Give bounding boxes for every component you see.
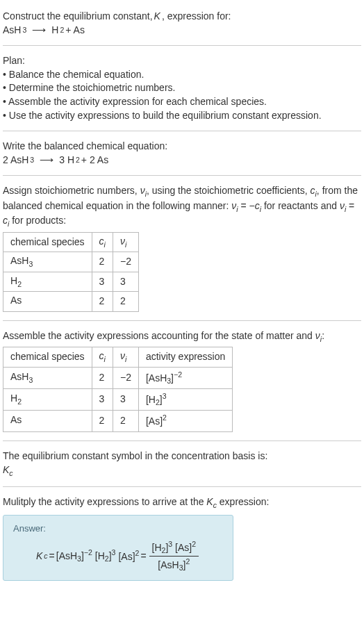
species: H [51,24,58,38]
stoich-intro: Assign stoichiometric numbers, νi, using… [3,184,361,229]
answer-label: Answer: [13,522,223,535]
text: = − [238,200,255,211]
plan-bullet: • Assemble the activity expression for e… [3,95,361,109]
divider [3,45,361,46]
c-symbol: c [311,185,315,196]
table-header-row: chemical species ci νi activity expressi… [3,347,233,367]
nu-symbol: ν [315,330,320,341]
text: Assign stoichiometric numbers, [3,185,140,196]
answer-equation: Kc = [AsH3]−2 [H2]3 [As]2 = [H2]3 [As]2 … [13,539,223,573]
species: + As [65,24,85,38]
bracket: [As] [172,542,192,553]
cell-nui: −2 [113,252,138,272]
cell-species: H2 [3,388,92,410]
exponent: 3 [163,392,167,400]
exponent: 2 [163,413,167,422]
species: AsH [3,24,21,38]
equals: = [140,550,146,563]
c-symbol: c [99,236,104,247]
table-row: H2 3 3 [H2]3 [3,388,233,410]
plan-title: Plan: [3,54,361,68]
bracket: [As [146,415,160,427]
subscript: i [125,355,126,363]
arrow-icon: ⟶ [32,24,46,38]
cell-nui: 2 [113,292,138,311]
nu-symbol: ν [120,236,125,247]
cell-ci: 2 [92,252,113,272]
exponent: −2 [84,548,92,557]
plan-bullet: • Balance the chemical equation. [3,68,361,82]
cell-ci: 2 [92,292,113,311]
term: [As]2 [118,548,139,563]
text: = [346,200,354,211]
exponent: 3 [112,548,116,557]
divider [3,175,361,176]
text: Assemble the activity expressions accoun… [3,330,315,341]
bracket: [AsH [158,559,179,570]
subscript: 3 [30,155,34,165]
stoich-section: Assign stoichiometric numbers, νi, using… [3,180,361,315]
bracket: [H [95,550,105,561]
subscript: 3 [28,260,33,268]
subscript: c [9,469,13,477]
coef-species: + 2 As [81,154,108,167]
subscript: i [104,240,106,249]
cell-activity: [H2]3 [138,388,232,410]
col-activity: activity expression [138,347,232,367]
coef-species: 3 H [59,154,74,167]
c-symbol: c [3,215,8,226]
divider [3,440,361,441]
cell-nui: 3 [113,272,138,291]
cell-nui: −2 [113,367,138,388]
balanced-equation: 2 AsH3 ⟶ 3 H2 + 2 As [3,154,361,167]
denominator: [AsH3]2 [149,557,199,573]
prompt-line1: Construct the equilibrium constant, K , … [3,10,361,24]
balanced-title: Write the balanced chemical equation: [3,140,361,154]
subscript: 2 [17,397,22,406]
equals: = [49,550,55,563]
text: , using the stoichiometric coefficients, [147,185,311,196]
divider [3,320,361,321]
col-species: chemical species [3,232,92,252]
bracket: [H [152,542,162,553]
subscript: 3 [22,25,26,35]
exponent: 2 [192,540,196,548]
species: As [10,295,22,306]
subscript: 2 [60,25,64,35]
plan-bullet: • Use the activity expressions to build … [3,109,361,123]
multiply-line: Mulitply the activity expressions to arr… [3,495,361,510]
col-nui: νi [113,347,138,367]
subscript: c [44,551,47,561]
unbalanced-equation: AsH3 ⟶ H2 + As [3,24,361,38]
table-row: H2 3 3 [3,272,139,291]
kc-line1: The equilibrium constant symbol in the c… [3,450,361,463]
col-ci: ci [92,347,113,367]
cell-species: AsH3 [3,252,92,272]
cell-nui: 3 [113,388,138,410]
k-symbol: K [3,464,9,475]
cell-ci: 2 [92,367,113,388]
nu-symbol: ν [340,200,345,211]
k-symbol: K [154,10,160,24]
species: AsH [10,255,28,266]
subscript: i [104,355,106,363]
text: expression: [217,496,269,507]
subscript: 2 [76,155,80,165]
subscript: 3 [28,376,33,384]
bracket: [As] [118,551,135,562]
text: for reactants and [261,200,340,211]
cell-ci: 3 [92,272,113,291]
exponent: 2 [185,557,190,566]
divider [3,486,361,487]
c-symbol: c [99,350,104,361]
kc-symbol: Kc [3,463,361,478]
plan-bullet: • Determine the stoichiometric numbers. [3,81,361,95]
numerator: [H2]3 [As]2 [149,539,199,557]
cell-species: H2 [3,272,92,291]
table-header-row: chemical species ci νi [3,232,139,252]
bracket: [H [146,394,156,405]
species: H [10,275,17,286]
nu-symbol: ν [140,185,145,196]
species: As [10,414,22,425]
cell-ci: 2 [92,410,113,431]
